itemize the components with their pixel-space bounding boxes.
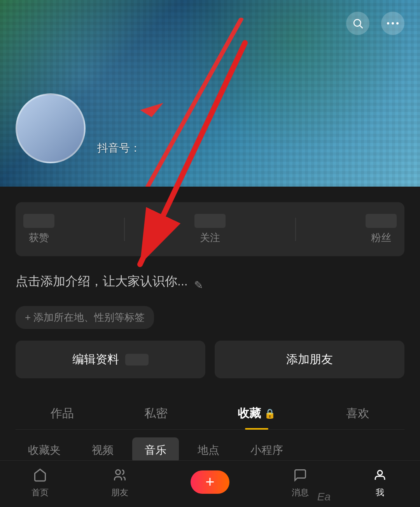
search-icon[interactable] [346, 12, 369, 35]
svg-point-9 [116, 470, 121, 474]
sub-tab-videos-label: 视频 [92, 444, 114, 456]
tab-favorites-label: 收藏 [238, 406, 261, 421]
header-background: 抖音号： [0, 0, 420, 187]
svg-line-1 [360, 26, 363, 28]
nav-home[interactable]: 首页 [31, 466, 49, 498]
home-icon [31, 466, 49, 484]
nav-friends[interactable]: 朋友 [110, 466, 129, 498]
stat-following[interactable]: 关注 [194, 214, 226, 245]
sub-tab-location-label: 地点 [198, 444, 219, 456]
douyin-id-label: 抖音号： [97, 141, 141, 156]
sub-tab-music[interactable]: 音乐 [132, 437, 179, 463]
tab-private[interactable]: 私密 [144, 398, 168, 429]
menu-icon[interactable] [381, 12, 404, 35]
stat-followers-value [366, 214, 397, 228]
sub-tab-folders[interactable]: 收藏夹 [16, 437, 73, 463]
messages-icon [291, 466, 310, 484]
avatar-section: 抖音号： [16, 93, 141, 163]
sub-tab-videos[interactable]: 视频 [79, 437, 126, 463]
stat-separator-2 [295, 218, 296, 241]
edit-badge [125, 354, 149, 365]
stat-separator-1 [124, 218, 125, 241]
main-tabs: 作品 私密 收藏 🔒 喜欢 [16, 398, 404, 430]
svg-point-0 [354, 19, 361, 26]
edit-profile-label: 编辑资料 [72, 351, 119, 367]
avatar[interactable] [16, 93, 86, 163]
sub-tab-music-label: 音乐 [145, 444, 166, 456]
bio-placeholder-text[interactable]: 点击添加介绍，让大家认识你... [16, 272, 188, 290]
stat-likes-value [23, 214, 54, 228]
stat-followers-label: 粉丝 [371, 231, 391, 245]
add-friend-button[interactable]: 添加朋友 [215, 341, 404, 378]
action-buttons: 编辑资料 添加朋友 [16, 341, 404, 378]
top-icons [346, 12, 404, 35]
sub-tab-miniapp[interactable]: 小程序 [238, 437, 296, 463]
nav-profile-label: 我 [376, 487, 384, 498]
tab-works[interactable]: 作品 [51, 398, 74, 429]
tab-works-label: 作品 [51, 406, 74, 421]
ea-label: Ea [317, 491, 331, 503]
svg-point-10 [378, 470, 382, 475]
nav-messages-label: 消息 [292, 487, 309, 498]
bio-area: 点击添加介绍，让大家认识你... ✎ + 添加所在地、性别等标签 [16, 272, 404, 329]
edit-bio-icon[interactable]: ✎ [194, 279, 203, 292]
svg-point-3 [392, 22, 394, 24]
stats-row: 获赞 关注 粉丝 [16, 202, 404, 256]
add-tags-label: + 添加所在地、性别等标签 [25, 311, 145, 324]
add-tags-button[interactable]: + 添加所在地、性别等标签 [16, 306, 154, 329]
tab-private-label: 私密 [144, 406, 168, 421]
svg-point-4 [396, 22, 399, 24]
edit-profile-button[interactable]: 编辑资料 [16, 341, 205, 378]
nav-create[interactable]: + [191, 470, 229, 494]
sub-tab-miniapp-label: 小程序 [250, 444, 283, 456]
tab-likes[interactable]: 喜欢 [346, 398, 369, 429]
sub-tab-folders-label: 收藏夹 [28, 444, 61, 456]
sub-tab-location[interactable]: 地点 [185, 437, 232, 463]
tab-likes-label: 喜欢 [346, 406, 369, 421]
stat-likes[interactable]: 获赞 [23, 214, 54, 245]
bottom-navigation: 首页 朋友 + 消息 [0, 460, 420, 507]
create-button[interactable]: + [191, 470, 229, 494]
nav-profile[interactable]: 我 [371, 466, 389, 498]
stat-likes-label: 获赞 [29, 231, 49, 245]
lock-icon: 🔒 [264, 408, 276, 419]
main-content: 获赞 关注 粉丝 点击添加介绍，让大家认识你... ✎ + 添加所在地、性别等标… [0, 187, 420, 507]
avatar-image [17, 95, 84, 162]
nav-messages[interactable]: 消息 [291, 466, 310, 498]
stat-followers[interactable]: 粉丝 [366, 214, 397, 245]
friends-icon [110, 466, 129, 484]
stat-following-label: 关注 [200, 231, 220, 245]
add-friend-label: 添加朋友 [286, 351, 333, 367]
tab-favorites[interactable]: 收藏 🔒 [238, 398, 276, 429]
nav-home-label: 首页 [32, 487, 49, 498]
plus-icon: + [205, 473, 214, 491]
stat-following-value [194, 214, 226, 228]
nav-friends-label: 朋友 [111, 487, 128, 498]
svg-point-2 [387, 22, 389, 24]
profile-icon [371, 466, 389, 484]
